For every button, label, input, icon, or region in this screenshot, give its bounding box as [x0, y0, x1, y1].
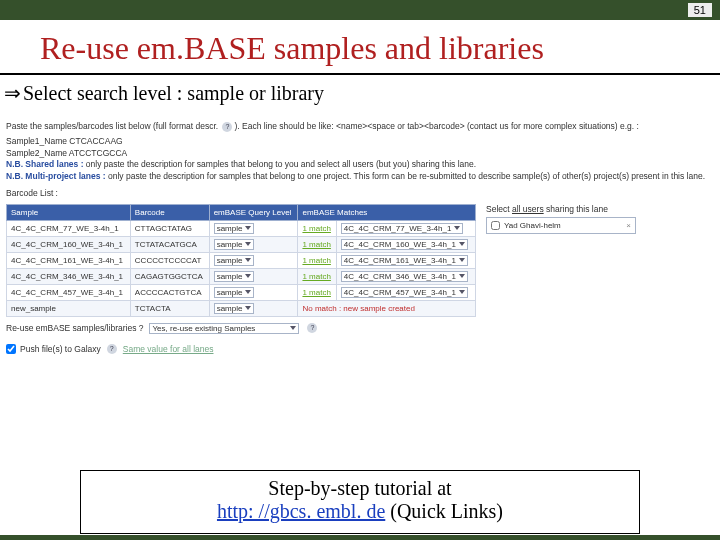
chevron-down-icon — [459, 290, 465, 294]
cell-query: sample — [209, 268, 298, 284]
match-link[interactable]: 1 match — [302, 288, 330, 297]
reuse-value: Yes, re-use existing Samples — [152, 324, 255, 333]
nb-shared-text: only paste the description for samples t… — [83, 159, 476, 169]
match-link[interactable]: 1 match — [302, 256, 330, 265]
query-level-select[interactable]: sample — [214, 239, 255, 250]
table-row: 4C_4C_CRM_77_WE_3-4h_1CTTAGCTATAGsample1… — [7, 220, 476, 236]
same-value-link[interactable]: Same value for all lanes — [123, 344, 214, 354]
footer-line-1: Step-by-step tutorial at — [89, 477, 631, 500]
user-select-box[interactable]: Yad Ghavi-helm × — [486, 217, 636, 234]
reuse-row: Re-use emBASE samples/libraries ? Yes, r… — [6, 323, 714, 334]
table-row: 4C_4C_CRM_161_WE_3-4h_1CCCCCTCCCCATsampl… — [7, 252, 476, 268]
nb-shared-label: N.B. Shared lanes : — [6, 159, 83, 169]
match-link[interactable]: 1 match — [302, 240, 330, 249]
instr-before: Paste the samples/barcodes list below (f… — [6, 121, 220, 131]
footer-box: Step-by-step tutorial at http: //gbcs. e… — [80, 470, 640, 534]
query-level-value: sample — [217, 304, 243, 313]
nb-multi-text: only paste the description for samples t… — [106, 171, 705, 181]
query-level-value: sample — [217, 256, 243, 265]
query-level-select[interactable]: sample — [214, 271, 255, 282]
help-icon[interactable]: ? — [307, 323, 317, 333]
push-row: Push file(s) to Galaxy ? Same value for … — [6, 344, 714, 354]
match-value: 4C_4C_CRM_77_WE_3-4h_1 — [344, 224, 452, 233]
cell-match-count: 1 match — [298, 236, 336, 252]
match-link[interactable]: 1 match — [302, 272, 330, 281]
embedded-screenshot: Paste the samples/barcodes list below (f… — [6, 121, 714, 354]
match-select[interactable]: 4C_4C_CRM_160_WE_3-4h_1 — [341, 239, 468, 250]
cell-sample: 4C_4C_CRM_161_WE_3-4h_1 — [7, 252, 131, 268]
bottom-strip — [0, 535, 720, 540]
cell-barcode: CCCCCTCCCCAT — [130, 252, 209, 268]
chevron-down-icon — [245, 290, 251, 294]
example-line-2: Sample2_Name ATCCTCGCCA — [6, 148, 714, 159]
select-users-c: sharing this lane — [544, 204, 608, 214]
cell-barcode: TCTACTA — [130, 300, 209, 316]
cell-barcode: TCTATACATGCA — [130, 236, 209, 252]
cell-query: sample — [209, 284, 298, 300]
match-link[interactable]: 1 match — [302, 224, 330, 233]
example-line-1: Sample1_Name CTCACCAAG — [6, 136, 714, 147]
th-barcode: Barcode — [130, 204, 209, 220]
query-level-select[interactable]: sample — [214, 255, 255, 266]
slide-title: Re-use em.BASE samples and libraries — [40, 30, 720, 67]
query-level-value: sample — [217, 272, 243, 281]
match-value: 4C_4C_CRM_160_WE_3-4h_1 — [344, 240, 456, 249]
push-checkbox[interactable] — [6, 344, 16, 354]
cell-sample: 4C_4C_CRM_77_WE_3-4h_1 — [7, 220, 131, 236]
cell-match-value: 4C_4C_CRM_160_WE_3-4h_1 — [336, 236, 475, 252]
user-checkbox[interactable] — [491, 221, 500, 230]
th-query: emBASE Query Level — [209, 204, 298, 220]
cell-match-count: 1 match — [298, 220, 336, 236]
samples-table: Sample Barcode emBASE Query Level emBASE… — [6, 204, 476, 317]
arrow-icon: ⇒ — [4, 82, 21, 104]
nb-multi: N.B. Multi-project lanes : only paste th… — [6, 171, 714, 182]
table-row: 4C_4C_CRM_457_WE_3-4h_1ACCCCACTGTCAsampl… — [7, 284, 476, 300]
match-value: 4C_4C_CRM_161_WE_3-4h_1 — [344, 256, 456, 265]
cell-sample: 4C_4C_CRM_346_WE_3-4h_1 — [7, 268, 131, 284]
chevron-down-icon — [245, 242, 251, 246]
cell-match-count: 1 match — [298, 268, 336, 284]
chevron-down-icon — [454, 226, 460, 230]
barcode-list-label: Barcode List : — [6, 188, 714, 199]
help-icon[interactable]: ? — [222, 122, 232, 132]
match-value: 4C_4C_CRM_457_WE_3-4h_1 — [344, 288, 456, 297]
cell-match-value: 4C_4C_CRM_457_WE_3-4h_1 — [336, 284, 475, 300]
query-level-select[interactable]: sample — [214, 303, 255, 314]
subtitle-rest: search level : sample or library — [72, 82, 324, 104]
chevron-down-icon — [290, 326, 296, 330]
cell-match-count: 1 match — [298, 284, 336, 300]
cell-match-count: 1 match — [298, 252, 336, 268]
cell-barcode: CAGAGTGGCTCA — [130, 268, 209, 284]
cell-match-count: No match : new sample created — [298, 300, 476, 316]
query-level-select[interactable]: sample — [214, 287, 255, 298]
x-icon[interactable]: × — [626, 221, 631, 230]
cell-barcode: CTTAGCTATAG — [130, 220, 209, 236]
match-select[interactable]: 4C_4C_CRM_457_WE_3-4h_1 — [341, 287, 468, 298]
page-number: 51 — [688, 3, 712, 17]
nb-multi-label: N.B. Multi-project lanes : — [6, 171, 106, 181]
instr-after: ). Each line should be like: <name><spac… — [234, 121, 638, 131]
cell-match-value: 4C_4C_CRM_77_WE_3-4h_1 — [336, 220, 475, 236]
reuse-select[interactable]: Yes, re-use existing Samples — [149, 323, 299, 334]
cell-match-value: 4C_4C_CRM_346_WE_3-4h_1 — [336, 268, 475, 284]
match-select[interactable]: 4C_4C_CRM_346_WE_3-4h_1 — [341, 271, 468, 282]
match-select[interactable]: 4C_4C_CRM_161_WE_3-4h_1 — [341, 255, 468, 266]
help-icon[interactable]: ? — [107, 344, 117, 354]
chevron-down-icon — [245, 226, 251, 230]
select-users-label: Select all users sharing this lane — [486, 204, 714, 214]
chevron-down-icon — [459, 274, 465, 278]
query-level-value: sample — [217, 288, 243, 297]
cell-query: sample — [209, 252, 298, 268]
chevron-down-icon — [245, 306, 251, 310]
th-sample: Sample — [7, 204, 131, 220]
cell-barcode: ACCCCACTGTCA — [130, 284, 209, 300]
reuse-label: Re-use emBASE samples/libraries ? — [6, 323, 143, 333]
chevron-down-icon — [459, 258, 465, 262]
query-level-select[interactable]: sample — [214, 223, 255, 234]
tutorial-link[interactable]: http: //gbcs. embl. de — [217, 500, 385, 522]
top-bar: 51 — [0, 0, 720, 20]
match-select[interactable]: 4C_4C_CRM_77_WE_3-4h_1 — [341, 223, 464, 234]
user-option-label: Yad Ghavi-helm — [504, 221, 561, 230]
chevron-down-icon — [245, 258, 251, 262]
cell-sample: 4C_4C_CRM_457_WE_3-4h_1 — [7, 284, 131, 300]
